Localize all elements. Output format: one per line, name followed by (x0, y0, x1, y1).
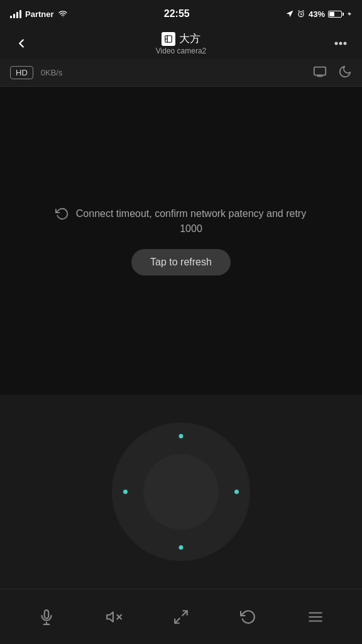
toolbar-actions (313, 65, 352, 81)
screen-button[interactable] (313, 65, 327, 81)
fullscreen-button[interactable] (165, 601, 197, 633)
svg-line-2 (299, 11, 299, 11)
video-area: Connect timeout, confirm network patency… (0, 87, 362, 395)
quality-badge[interactable]: HD (10, 66, 33, 79)
microphone-button[interactable] (31, 601, 62, 633)
dpad-up-dot (179, 434, 184, 438)
dpad-right-dot (234, 490, 239, 494)
app-name: 大方 (179, 31, 200, 46)
bandwidth-label: 0KB/s (41, 68, 63, 77)
charging-icon (347, 9, 352, 18)
svg-line-3 (303, 11, 304, 11)
error-text: Connect timeout, confirm network patency… (75, 206, 307, 236)
svg-point-10 (344, 43, 346, 45)
status-left: Partner (10, 9, 68, 19)
camera-name: Video camera2 (156, 47, 207, 55)
dpad-down-dot (179, 545, 184, 550)
back-button[interactable] (10, 32, 33, 55)
error-message-container: Connect timeout, confirm network patency… (55, 206, 307, 236)
bottom-controls (0, 589, 362, 644)
tap-to-refresh-button[interactable]: Tap to refresh (131, 249, 231, 275)
svg-point-8 (336, 43, 337, 45)
dpad-area (0, 395, 362, 589)
signal-icon (10, 9, 21, 18)
app-logo (162, 32, 175, 46)
battery-label: 43% (309, 9, 325, 19)
carrier-label: Partner (25, 9, 54, 19)
svg-line-20 (182, 611, 187, 616)
dpad-left-dot (123, 490, 128, 494)
alarm-icon (297, 9, 305, 18)
more-button[interactable] (329, 32, 352, 55)
menu-button[interactable] (300, 601, 331, 633)
svg-line-21 (175, 618, 180, 623)
mute-button[interactable] (98, 601, 129, 633)
night-mode-button[interactable] (338, 65, 352, 81)
nav-title: 大方 Video camera2 (156, 31, 207, 55)
status-time: 22:55 (164, 8, 190, 19)
battery-icon (328, 11, 344, 18)
location-icon (286, 9, 293, 18)
svg-point-9 (340, 43, 342, 45)
svg-marker-4 (348, 12, 351, 16)
svg-rect-14 (44, 610, 48, 618)
svg-rect-11 (314, 67, 326, 75)
status-bar: Partner 22:55 43% (0, 0, 362, 28)
refresh-error-icon (55, 207, 69, 226)
top-nav: 大方 Video camera2 (0, 28, 362, 59)
status-right: 43% (286, 9, 352, 19)
dpad-center[interactable] (143, 454, 219, 530)
toolbar: HD 0KB/s (0, 59, 362, 87)
svg-marker-0 (287, 11, 293, 17)
wifi-icon (58, 9, 68, 18)
svg-marker-17 (107, 612, 113, 621)
replay-button[interactable] (233, 601, 264, 633)
dpad-ring[interactable] (112, 423, 250, 561)
